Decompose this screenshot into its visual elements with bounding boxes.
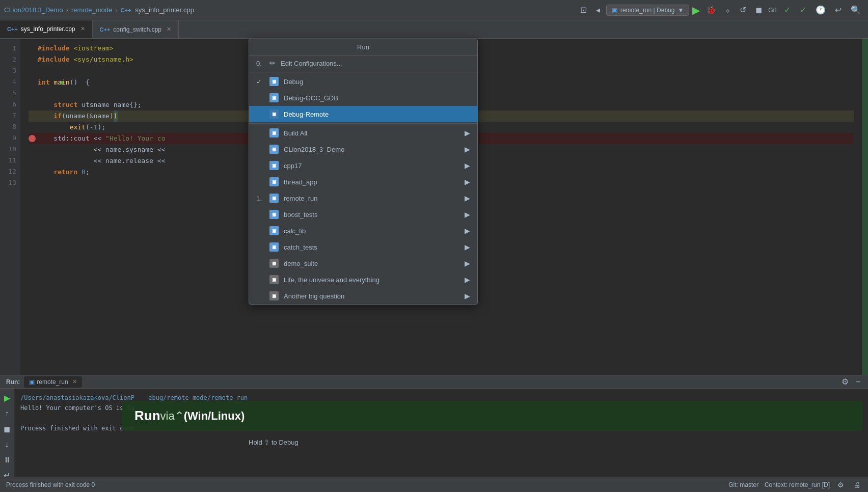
folder-name[interactable]: remote_mode [71, 6, 112, 14]
breakpoint-icon [29, 135, 36, 142]
tab-config-close[interactable]: ✕ [167, 26, 171, 33]
run-play-button[interactable]: ▶ [3, 392, 12, 404]
run-config-icon: ▣ [612, 7, 617, 14]
boost-tests-icon: ▣ [269, 210, 279, 219]
arrow-right-bt: ▶ [465, 210, 470, 218]
dropdown-calc-lib[interactable]: ▣ calc_lib ▶ [249, 223, 477, 239]
debug-remote-icon: ▣ [269, 110, 279, 119]
tab-sys-info[interactable]: C++ sys_info_printer.cpp ✕ [0, 20, 93, 38]
tooltip-win-linux: (Win/Linux) [184, 409, 245, 423]
dropdown-catch-tests[interactable]: ▣ catch_tests ▶ [249, 239, 477, 255]
cpp17-icon: ▣ [269, 161, 279, 170]
hold-debug-label: Hold ⇧ to Debug [249, 439, 299, 446]
dropdown-thread-app[interactable]: ▣ thread_app ▶ [249, 174, 477, 190]
status-settings-button[interactable]: ⚙ [836, 479, 846, 490]
kw-include2: #include [38, 54, 73, 65]
search-button[interactable]: 🔍 [848, 3, 864, 17]
reload-button[interactable]: ↺ [737, 3, 749, 17]
demo-suite-icon: ▣ [269, 259, 279, 268]
catch-tests-icon: ▣ [269, 242, 279, 252]
debug-icon: ▣ [269, 77, 279, 86]
status-print-button[interactable]: 🖨 [852, 479, 862, 490]
check-icon: ✓ [256, 78, 264, 86]
undo-button[interactable]: ↩ [832, 3, 845, 17]
arrow-right-cpp: ▶ [465, 161, 470, 170]
dropdown-edit-config[interactable]: 0. ✏ Edit Configurations... [249, 56, 477, 71]
another-label: Another big question [284, 292, 344, 300]
tab-sys-label: sys_info_printer.cpp [21, 25, 75, 33]
git-check2-button[interactable]: ✓ [797, 3, 809, 17]
calc-lib-label: calc_lib [284, 227, 306, 235]
sep2: › [115, 6, 117, 14]
run-pause-button[interactable]: ⏸ [2, 454, 13, 466]
sep1: › [66, 6, 68, 14]
run-tab-remote-run[interactable]: ▣ remote_run ✕ [24, 376, 82, 388]
git-check-button[interactable]: ✓ [781, 3, 794, 17]
cpp-badge: C++ [121, 7, 131, 13]
build-all-icon: ▣ [269, 128, 279, 138]
cpp-icon2: C++ [100, 26, 111, 33]
remote-run-label: remote_run [284, 195, 317, 202]
arrow-right-ta: ▶ [465, 178, 470, 186]
arrow-right-life: ▶ [465, 276, 470, 284]
tooltip-banner: Run via ⌃ (Win/Linux) [122, 401, 863, 431]
thread-app-icon: ▣ [269, 177, 279, 186]
run-dropdown: Run 0. ✏ Edit Configurations... ✓ ▣ Debu… [249, 39, 478, 305]
clion-demo-icon: ▣ [269, 145, 279, 154]
clion-demo-label: CLion2018_3_Demo [284, 146, 344, 153]
file-name: sys_info_printer.cpp [135, 6, 194, 14]
tooltip-shortcut: ⌃ [175, 409, 184, 423]
run-tab-close[interactable]: ✕ [72, 378, 77, 385]
sep2 [249, 123, 477, 124]
run-panel-header: Run: ▣ remote_run ✕ ⚙ − [0, 375, 868, 389]
calc-lib-icon: ▣ [269, 226, 279, 235]
dropdown-clion-demo[interactable]: ▣ CLion2018_3_Demo ▶ [249, 141, 477, 157]
dropdown-debug-gcc[interactable]: ▣ Debug-GCC_GDB [249, 90, 477, 106]
kw-include1: #include [38, 43, 73, 54]
run-button[interactable]: ▶ [692, 4, 700, 16]
run-tab-label: remote_run [37, 378, 68, 386]
arrow-right-rr: ▶ [465, 194, 470, 202]
dropdown-build-all[interactable]: ▣ Build All ▶ [249, 125, 477, 141]
layout-button[interactable]: ⊡ [577, 3, 590, 17]
catch-tests-label: catch_tests [284, 243, 317, 251]
breadcrumb: CLion2018.3_Demo › remote_mode › C++ sys… [4, 6, 194, 14]
check-icon-rr: 1. [256, 195, 264, 202]
life-label: Life, the universe and everything [284, 276, 379, 284]
minimize-button[interactable]: − [854, 376, 862, 388]
back-button[interactable]: ◂ [593, 3, 603, 17]
arrow-right-aq: ▶ [465, 292, 470, 300]
history-button[interactable]: 🕐 [812, 3, 829, 17]
edit-config-label: Edit Configurations... [281, 60, 342, 67]
demo-suite-label: demo_suite [284, 260, 318, 267]
dropdown-debug[interactable]: ✓ ▣ Debug [249, 73, 477, 90]
run-stop-button[interactable]: ◼ [2, 423, 12, 435]
step-over-button[interactable]: ⬦ [722, 4, 734, 17]
dropdown-another[interactable]: ▣ Another big question ▶ [249, 288, 477, 304]
dropdown-life[interactable]: ▣ Life, the universe and everything ▶ [249, 271, 477, 288]
tab-bar: C++ sys_info_printer.cpp ✕ C++ config_sw… [0, 20, 868, 39]
run-up-button[interactable]: ↑ [4, 407, 11, 420]
debug-button[interactable]: 🐞 [703, 3, 719, 17]
run-down-button[interactable]: ↓ [4, 439, 11, 451]
dropdown-arrow-icon: ▼ [677, 7, 684, 14]
arrow-right-ds: ▶ [465, 259, 470, 267]
dropdown-cpp17[interactable]: ▣ cpp17 ▶ [249, 157, 477, 174]
tab-config-switch[interactable]: C++ config_switch.cpp ✕ [93, 20, 179, 38]
tab-sys-close[interactable]: ✕ [80, 25, 85, 32]
edit-config-num: 0. [256, 60, 264, 67]
dropdown-demo-suite[interactable]: ▣ demo_suite ▶ [249, 255, 477, 271]
dropdown-debug-remote[interactable]: ▣ Debug-Remote [249, 106, 477, 122]
project-name[interactable]: CLion2018.3_Demo [4, 6, 63, 14]
another-icon: ▣ [269, 291, 279, 300]
toolbar: CLion2018.3_Demo › remote_mode › C++ sys… [0, 0, 868, 20]
debug-gcc-icon: ▣ [269, 93, 279, 102]
dropdown-remote-run[interactable]: 1. ▣ remote_run ▶ [249, 190, 477, 206]
settings-button[interactable]: ⚙ [840, 375, 850, 388]
dropdown-title: Run [249, 39, 477, 56]
run-config-selector[interactable]: ▣ remote_run | Debug ▼ [606, 5, 689, 16]
remote-run-icon: ▣ [269, 194, 279, 203]
stop-button[interactable]: ◼ [752, 3, 765, 17]
run-tab-icon: ▣ [29, 378, 35, 386]
dropdown-boost-tests[interactable]: ▣ boost_tests ▶ [249, 206, 477, 223]
